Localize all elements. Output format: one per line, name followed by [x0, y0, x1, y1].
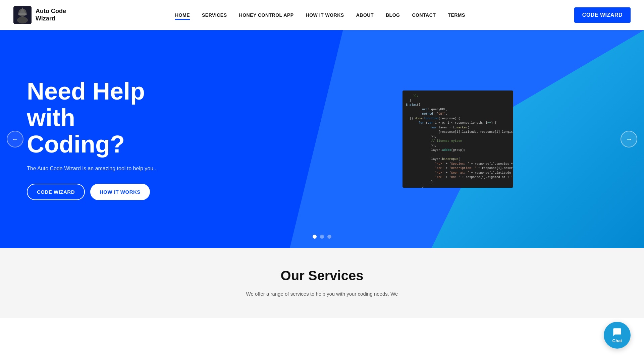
nav-terms[interactable]: TERMS	[448, 12, 465, 18]
hero-subtitle: The Auto Code Wizard is an amazing tool …	[27, 166, 156, 172]
hero-how-it-works-button[interactable]: HOW IT WORKS	[90, 184, 150, 200]
brand-logo	[13, 6, 32, 24]
brand-logo-link[interactable]: Auto CodeWizard	[13, 6, 66, 24]
hero-code-wizard-button[interactable]: CODE WIZARD	[27, 184, 85, 200]
nav-about[interactable]: ABOUT	[356, 12, 374, 18]
hero-content: Need Help with Coding? The Auto Code Wiz…	[0, 58, 183, 221]
services-title: Our Services	[27, 268, 617, 283]
carousel-dots	[313, 235, 331, 239]
hero-section: ← Need Help with Coding? The Auto Code W…	[0, 30, 644, 248]
nav-honey-control-app[interactable]: HONEY CONTROL APP	[239, 12, 294, 18]
carousel-next-button[interactable]: →	[621, 131, 637, 147]
nav-links: HOME SERVICES HONEY CONTROL APP HOW IT W…	[175, 12, 465, 18]
svg-rect-4	[18, 13, 27, 15]
nav-how-it-works[interactable]: HOW IT WORKS	[306, 12, 344, 18]
services-section: Our Services We offer a range of service…	[0, 248, 644, 318]
code-snippet-image: )); } $ ajax({ url: queryURL, method: 'G…	[402, 90, 513, 188]
carousel-prev-button[interactable]: ←	[7, 131, 23, 147]
nav-contact[interactable]: CONTACT	[412, 12, 436, 18]
hero-buttons: CODE WIZARD HOW IT WORKS	[27, 184, 156, 200]
services-subtitle: We offer a range of services to help you…	[205, 290, 439, 298]
nav-home[interactable]: HOME	[175, 12, 190, 20]
nav-cta-button[interactable]: CODE WIZARD	[574, 7, 631, 23]
carousel-dot-1[interactable]	[313, 235, 317, 239]
navbar: Auto CodeWizard HOME SERVICES HONEY CONT…	[0, 0, 644, 30]
carousel-dot-3[interactable]	[327, 235, 331, 239]
nav-blog[interactable]: BLOG	[386, 12, 400, 18]
hero-title: Need Help with Coding?	[27, 78, 156, 158]
brand-name: Auto CodeWizard	[36, 8, 66, 22]
carousel-dot-2[interactable]	[320, 235, 324, 239]
nav-services[interactable]: SERVICES	[202, 12, 227, 18]
svg-point-2	[17, 17, 28, 23]
